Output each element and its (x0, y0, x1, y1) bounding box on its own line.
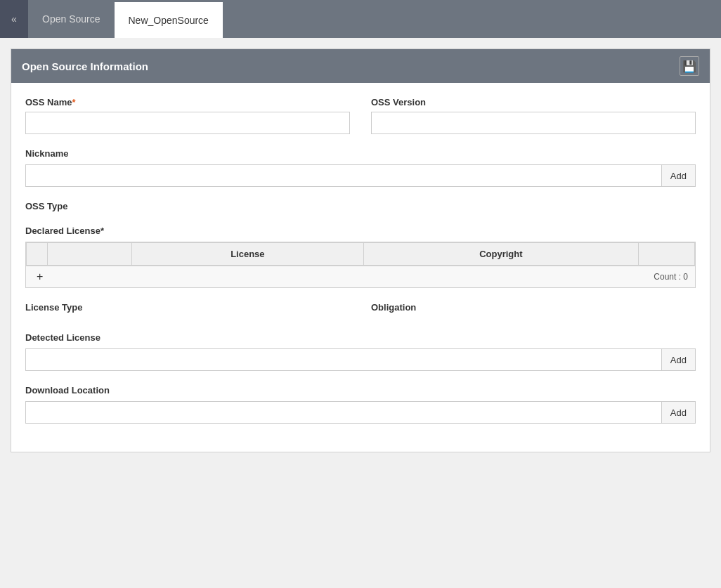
oss-name-label: OSS Name* (25, 97, 350, 107)
tab-open-source[interactable]: Open Source (28, 0, 115, 38)
oss-version-label: OSS Version (371, 97, 696, 107)
nickname-label: Nickname (25, 148, 696, 159)
table-footer: + Count : 0 (26, 266, 695, 287)
nickname-input-wrapper: Add (25, 164, 696, 187)
license-type-label: License Type (25, 302, 350, 313)
detected-license-group: Detected License Add (25, 332, 696, 371)
download-location-add-button[interactable]: Add (661, 401, 696, 424)
tab-new-opensource-label: New_OpenSource (129, 15, 209, 26)
declared-license-label: Declared License* (25, 226, 696, 236)
main-content: Open Source Information 💾 OSS Name* OSS … (0, 38, 721, 463)
oss-name-required: * (72, 97, 75, 107)
save-button[interactable]: 💾 (680, 56, 699, 76)
download-location-input-wrapper: Add (25, 401, 696, 424)
download-location-label: Download Location (25, 385, 696, 396)
nickname-group: Nickname Add (25, 148, 696, 187)
card-header-title: Open Source Information (22, 60, 148, 72)
oss-name-group: OSS Name* (25, 97, 350, 134)
license-table-wrapper: License Copyright + Count : 0 (25, 242, 696, 288)
table-col-empty (48, 243, 132, 266)
detected-license-label: Detected License (25, 332, 696, 343)
count-label: Count : 0 (654, 272, 688, 282)
nickname-add-button[interactable]: Add (661, 164, 696, 187)
card-header: Open Source Information 💾 (11, 49, 710, 83)
card: Open Source Information 💾 OSS Name* OSS … (11, 48, 710, 452)
detected-license-input[interactable] (25, 348, 661, 371)
tab-new-opensource[interactable]: New_OpenSource (115, 0, 223, 38)
oss-name-input[interactable] (25, 112, 350, 134)
table-col-license: License (132, 243, 364, 266)
nickname-input[interactable] (25, 164, 661, 187)
back-button[interactable]: « (0, 0, 28, 38)
nav-bar: « Open Source New_OpenSource (0, 0, 721, 38)
tab-open-source-label: Open Source (42, 13, 100, 25)
table-col-copyright: Copyright (363, 243, 638, 266)
back-icon: « (11, 13, 17, 25)
download-location-group: Download Location Add (25, 385, 696, 424)
license-table: License Copyright (26, 242, 695, 266)
detected-license-add-button[interactable]: Add (661, 348, 696, 371)
oss-type-group: OSS Type (25, 201, 696, 211)
card-body: OSS Name* OSS Version Nickname Add (11, 83, 710, 452)
declared-license-required: * (100, 226, 104, 236)
oss-name-version-row: OSS Name* OSS Version (25, 97, 696, 134)
oss-type-label: OSS Type (25, 201, 696, 211)
license-type-group: License Type (25, 302, 350, 318)
oss-version-input[interactable] (371, 112, 696, 134)
obligation-group: Obligation (371, 302, 696, 318)
add-row-button[interactable]: + (33, 270, 46, 283)
detected-license-input-wrapper: Add (25, 348, 696, 371)
table-col-check (27, 243, 48, 266)
license-type-obligation-row: License Type Obligation (25, 302, 696, 318)
save-icon: 💾 (682, 60, 696, 73)
download-location-input[interactable] (25, 401, 661, 424)
oss-version-group: OSS Version (371, 97, 696, 134)
declared-license-group: Declared License* License Copyright (25, 226, 696, 288)
obligation-label: Obligation (371, 302, 696, 313)
table-col-action (639, 243, 695, 266)
